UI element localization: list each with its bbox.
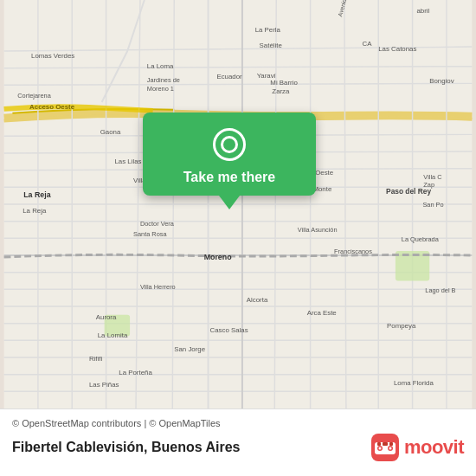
svg-text:Las Piñas: Las Piñas <box>89 381 119 389</box>
svg-text:Villa Asunción: Villa Asunción <box>298 226 338 234</box>
svg-text:La Reja: La Reja <box>23 190 51 199</box>
svg-text:Moreno 1: Moreno 1 <box>147 85 174 93</box>
svg-rect-92 <box>383 442 388 446</box>
svg-text:Rififi: Rififi <box>89 355 103 363</box>
svg-text:Aurora: Aurora <box>96 313 117 321</box>
moovit-text: moovit <box>404 436 464 459</box>
svg-text:La Lomita: La Lomita <box>98 331 128 339</box>
svg-text:Santa Rosa: Santa Rosa <box>133 230 167 238</box>
svg-text:Casco Salas: Casco Salas <box>210 326 248 334</box>
map-attribution: © OpenStreetMap contributors | © OpenMap… <box>12 418 464 428</box>
svg-text:CA: CA <box>363 40 373 48</box>
svg-text:La Reja: La Reja <box>23 207 47 215</box>
svg-text:La Quebrada: La Quebrada <box>402 235 440 243</box>
bottom-row: Fibertel Cablevisión, Buenos Aires moovi… <box>12 434 464 461</box>
moovit-icon <box>371 434 399 461</box>
svg-text:Satélite: Satélite <box>260 42 283 49</box>
svg-text:San Jorge: San Jorge <box>174 345 205 353</box>
svg-text:Villa C: Villa C <box>423 173 442 181</box>
svg-text:San Po: San Po <box>422 201 443 209</box>
svg-text:Lomas Verdes: Lomas Verdes <box>31 52 74 60</box>
svg-text:Pompeya: Pompeya <box>387 322 416 330</box>
svg-text:La Perla: La Perla <box>255 26 281 34</box>
svg-text:Cortejarena: Cortejarena <box>17 92 51 100</box>
svg-text:Jardines de: Jardines de <box>147 76 180 84</box>
svg-point-89 <box>389 447 391 450</box>
svg-text:Lago del B: Lago del B <box>425 286 455 294</box>
place-name: Fibertel Cablevisión, Buenos Aires <box>12 440 240 455</box>
svg-text:Las Lilas: Las Lilas <box>114 158 141 165</box>
svg-text:Mi Barrio: Mi Barrio <box>270 79 298 87</box>
svg-text:Doctor Vera: Doctor Vera <box>140 220 175 228</box>
svg-rect-90 <box>377 442 381 446</box>
svg-text:Acceso Oeste: Acceso Oeste <box>29 103 75 111</box>
svg-text:Zap: Zap <box>423 181 434 189</box>
map-popup[interactable]: Take me there <box>143 113 316 196</box>
svg-text:Arca Este: Arca Este <box>307 309 338 317</box>
svg-text:La Loma: La Loma <box>147 62 174 70</box>
svg-text:Moreno: Moreno <box>204 253 233 261</box>
svg-text:abril: abril <box>417 7 430 15</box>
app: Lomas Verdes La Loma Jardines de Moreno … <box>0 0 476 476</box>
svg-text:Alcorta: Alcorta <box>247 296 268 304</box>
svg-text:Villa Herrero: Villa Herrero <box>140 283 176 291</box>
location-pin-icon <box>213 128 246 161</box>
svg-text:Loma Florida: Loma Florida <box>394 379 434 387</box>
map-container[interactable]: Lomas Verdes La Loma Jardines de Moreno … <box>0 0 476 408</box>
moovit-logo[interactable]: moovit <box>371 434 464 461</box>
svg-point-88 <box>378 447 381 450</box>
svg-text:Bongiov: Bongiov <box>429 77 453 85</box>
bottom-bar: © OpenStreetMap contributors | © OpenMap… <box>0 408 476 476</box>
svg-text:Zarza: Zarza <box>272 87 290 95</box>
svg-text:Gaona: Gaona <box>100 128 121 136</box>
svg-text:La Porteña: La Porteña <box>119 369 152 376</box>
svg-text:Franciscanos: Franciscanos <box>334 248 372 255</box>
svg-text:Las Catonas: Las Catonas <box>378 45 416 53</box>
popup-label: Take me there <box>183 170 275 185</box>
svg-rect-91 <box>389 442 393 446</box>
svg-text:Ecuador: Ecuador <box>216 73 242 80</box>
